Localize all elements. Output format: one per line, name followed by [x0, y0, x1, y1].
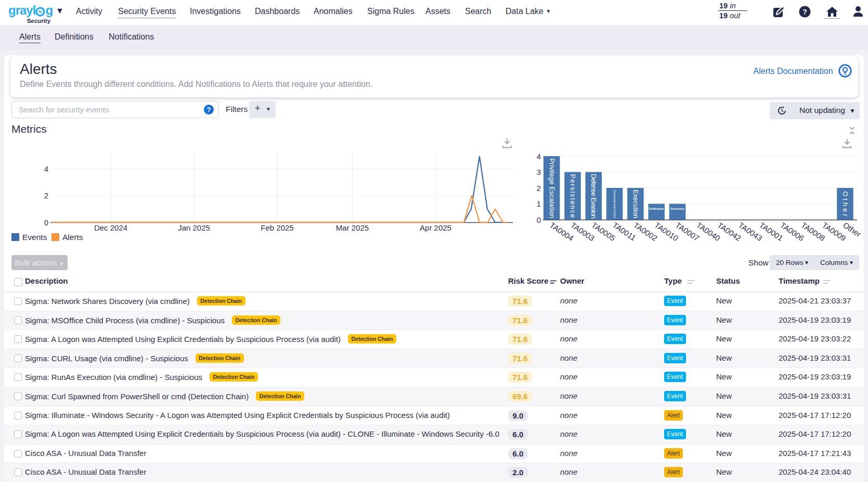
svg-text:Apr 2025: Apr 2025	[420, 223, 451, 232]
svg-text:Feb 2025: Feb 2025	[261, 223, 293, 232]
svg-text:2: 2	[44, 191, 48, 200]
svg-text:?: ?	[802, 8, 807, 16]
svg-text:0: 0	[537, 215, 541, 224]
svg-text:TA0011: TA0011	[611, 220, 638, 242]
svg-text:Execution: Execution	[632, 190, 639, 219]
svg-text:2: 2	[537, 184, 541, 193]
svg-text:Exfiltration: Exfiltration	[649, 207, 664, 210]
svg-text:4: 4	[44, 164, 48, 173]
svg-text:1: 1	[537, 199, 541, 208]
svg-text:Jan 2025: Jan 2025	[178, 223, 210, 232]
svg-text:Persistence: Persistence	[569, 174, 576, 218]
svg-text:0: 0	[44, 218, 48, 227]
svg-text:3: 3	[537, 168, 541, 176]
svg-text:Mar 2025: Mar 2025	[336, 223, 369, 232]
svg-text:4: 4	[537, 152, 541, 161]
svg-text:Defense Evasion: Defense Evasion	[590, 174, 597, 219]
svg-text:Discovery: Discovery	[670, 207, 684, 210]
svg-text:Privilege Escalation: Privilege Escalation	[548, 158, 555, 218]
svg-text:Command and Control: Command and Control	[613, 190, 616, 218]
svg-text:Dec 2024: Dec 2024	[94, 223, 127, 232]
